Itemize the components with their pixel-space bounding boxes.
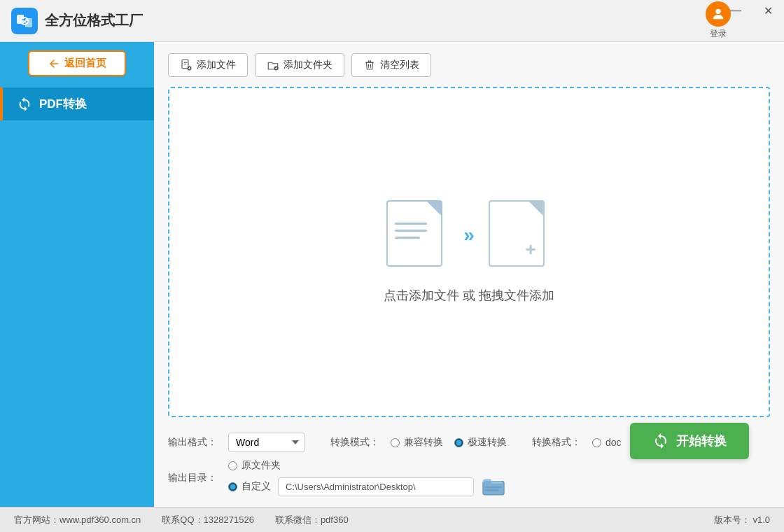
footer: 官方网站：www.pdf360.com.cn 联系QQ：1328271526 联… — [0, 507, 784, 532]
radio-original-dir[interactable] — [228, 461, 237, 470]
dir-custom-row: 自定义 — [228, 476, 506, 497]
radio-custom-label: 自定义 — [241, 480, 271, 493]
back-home-button[interactable]: 返回首页 — [28, 50, 126, 76]
svg-rect-9 — [485, 486, 502, 488]
radio-compat[interactable] — [391, 438, 400, 447]
radio-group-doc: doc — [592, 437, 622, 448]
dir-options: 原文件夹 自定义 — [228, 459, 506, 497]
footer-left: 官方网站：www.pdf360.com.cn 联系QQ：1328271526 联… — [14, 514, 349, 526]
radio-doc[interactable] — [592, 438, 601, 447]
convert-mode-label: 转换模式： — [330, 436, 379, 449]
close-button[interactable]: ✕ — [752, 0, 784, 21]
toolbar: 添加文件 添加文件夹 清空列表 — [168, 53, 770, 77]
footer-website: 官方网站：www.pdf360.com.cn — [14, 514, 141, 526]
sidebar-item-pdf-convert[interactable]: PDF转换 — [0, 88, 154, 120]
app-logo — [11, 8, 38, 34]
clear-list-button[interactable]: 清空列表 — [351, 53, 431, 77]
minimize-button[interactable]: — — [720, 0, 752, 21]
footer-version: 版本号： v1.0 — [714, 514, 770, 526]
option-row-dir: 输出目录： 原文件夹 自定义 — [168, 459, 770, 497]
radio-fast[interactable] — [454, 438, 463, 447]
browse-folder-button[interactable] — [481, 476, 506, 497]
drop-zone[interactable]: » + 点击添加文件 或 拖拽文件添加 — [168, 87, 770, 417]
window-controls: — ✕ — [720, 0, 784, 21]
title-bar: 全方位格式工厂 登录 — ✕ — [0, 0, 784, 42]
drop-zone-hint: 点击添加文件 或 拖拽文件添加 — [384, 287, 554, 304]
radio-group-fast: 极速转换 — [454, 436, 507, 449]
radio-compat-label: 兼容转换 — [404, 436, 443, 449]
start-convert-button[interactable]: 开始转换 — [630, 423, 749, 459]
output-format-select[interactable]: Word — [228, 433, 305, 452]
sidebar: 返回首页 PDF转换 — [0, 42, 154, 507]
app-title: 全方位格式工厂 — [45, 11, 706, 30]
footer-wechat: 联系微信：pdf360 — [275, 514, 349, 526]
main-layout: 返回首页 PDF转换 添加文件 — [0, 42, 784, 507]
add-folder-button[interactable]: 添加文件夹 — [255, 53, 344, 77]
radio-group-compat: 兼容转换 — [391, 436, 443, 449]
footer-qq: 联系QQ：1328271526 — [162, 514, 254, 526]
source-doc-icon — [386, 200, 449, 270]
drop-zone-icons: » + — [386, 200, 552, 270]
convert-arrow-icon: » — [463, 224, 475, 246]
radio-group-custom: 自定义 — [228, 480, 271, 493]
add-file-button[interactable]: 添加文件 — [168, 53, 248, 77]
target-doc-icon: + — [489, 200, 552, 270]
radio-custom-dir[interactable] — [228, 482, 237, 491]
radio-group-original: 原文件夹 — [228, 459, 506, 472]
svg-rect-10 — [485, 489, 498, 491]
output-format-label: 输出格式： — [168, 436, 217, 449]
output-dir-label: 输出目录： — [168, 472, 217, 484]
format-type-label: 转换格式： — [532, 436, 581, 449]
login-label: 登录 — [710, 28, 727, 40]
radio-doc-label: doc — [606, 437, 622, 448]
content-area: 添加文件 添加文件夹 清空列表 — [154, 42, 784, 507]
radio-fast-label: 极速转换 — [468, 436, 507, 449]
radio-original-label: 原文件夹 — [241, 459, 281, 472]
content-wrapper: » + 点击添加文件 或 拖拽文件添加 输出格式： — [168, 87, 770, 500]
dir-path-input[interactable] — [278, 477, 474, 496]
